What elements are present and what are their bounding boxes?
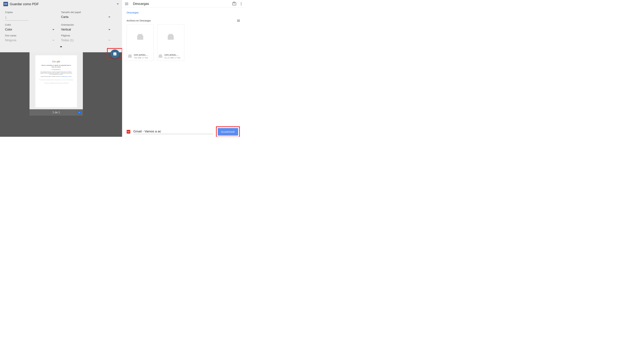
- copies-label: Copias: [5, 11, 61, 13]
- section-title: Archivos en Descargas: [126, 19, 151, 22]
- save-bar: PDF Gmail - Vamos a ac GUARDAR: [126, 127, 240, 137]
- copies-input[interactable]: [5, 15, 28, 21]
- orientation-value: Vertical: [61, 28, 71, 31]
- print-options: Copias Tamaño del papel Carta Color Colo…: [0, 8, 122, 43]
- paper-size-label: Tamaño del papel: [61, 11, 117, 13]
- more-icon[interactable]: [241, 2, 242, 5]
- file-grid: com.antutu.... 782 MB 17 feb com.antutu.…: [122, 24, 244, 61]
- file-meta: 51,22 MB 17 feb: [164, 56, 183, 59]
- android-icon: [159, 54, 162, 58]
- android-icon: [168, 34, 174, 40]
- chevron-down-icon: [108, 29, 110, 30]
- paper-size-select[interactable]: Carta: [61, 15, 117, 19]
- downloads-screen: Descargas Descargas Archivos en Descarga…: [122, 0, 244, 137]
- page-selected-check-icon: ✓: [78, 111, 81, 114]
- download-pdf-icon: PDF: [113, 52, 116, 55]
- highlight-save-fab: PDF: [107, 48, 122, 59]
- chevron-down-icon: [108, 40, 110, 41]
- android-icon: [137, 34, 143, 40]
- duplex-label: Dos caras: [5, 34, 61, 37]
- page-preview[interactable]: Google Vamos a actualizar un ajuste de s…: [30, 52, 83, 116]
- page-content: Google Vamos a actualizar un ajuste de s…: [36, 55, 77, 107]
- chevron-down-icon: [52, 40, 54, 41]
- chevron-down-icon: [52, 29, 54, 30]
- save-button[interactable]: GUARDAR: [218, 128, 238, 136]
- preview-body-1: Poco después del 2 de mayo, el ajuste de…: [40, 71, 72, 75]
- menu-icon[interactable]: [125, 3, 128, 5]
- orientation-label: Orientación: [61, 23, 117, 26]
- downloads-title: Descargas: [133, 2, 232, 6]
- color-label: Color: [5, 23, 61, 26]
- chevron-up-icon: [60, 46, 62, 47]
- collapse-options-button[interactable]: [0, 43, 122, 49]
- section-header: Archivos en Descargas: [122, 15, 244, 24]
- file-card[interactable]: com.antutu.... 782 MB 17 feb: [126, 24, 154, 61]
- color-value: Color: [5, 28, 12, 31]
- color-select[interactable]: Color: [5, 28, 61, 31]
- file-thumbnail: [157, 24, 184, 50]
- pdf-badge-icon: PDF: [126, 130, 130, 134]
- paper-size-value: Carta: [61, 15, 68, 19]
- save-filename-input[interactable]: Gmail - Vamos a ac: [133, 130, 213, 134]
- new-folder-icon[interactable]: [232, 2, 236, 5]
- file-name: com.antutu....: [164, 53, 183, 56]
- print-screen: PDF Guardar como PDF Copias Tamaño del p…: [0, 0, 122, 137]
- file-thumbnail: [127, 24, 154, 50]
- google-logo: Google: [37, 60, 75, 63]
- print-preview-area: Google Vamos a actualizar un ajuste de s…: [0, 52, 122, 137]
- pages-select[interactable]: Todas (1): [61, 38, 117, 42]
- file-name: com.antutu....: [134, 53, 152, 56]
- file-card[interactable]: com.antutu.... 51,22 MB 17 feb: [157, 24, 184, 61]
- preview-body-2: Puedes revisar este ajuste en cualquier …: [40, 76, 72, 77]
- view-toggle-icon[interactable]: [237, 19, 240, 22]
- android-icon: [128, 54, 132, 58]
- breadcrumb[interactable]: Descargas: [122, 8, 244, 15]
- preview-email: mr.tech2016@gmail.com: [37, 69, 75, 70]
- preview-heading: Vamos a actualizar un ajuste de segurida…: [41, 64, 72, 68]
- orientation-select[interactable]: Vertical: [61, 28, 117, 31]
- pages-label: Páginas: [61, 34, 117, 37]
- downloads-header: Descargas: [122, 0, 244, 8]
- duplex-value: Ninguna: [5, 38, 16, 42]
- preview-footer-2: © 2023 Google LLC, 1600 Amphitheatre Par…: [37, 83, 75, 83]
- chevron-down-icon: [117, 3, 119, 4]
- preview-footer-1: Te hemos enviado este correo para inform…: [37, 79, 75, 80]
- duplex-select: Ninguna: [5, 38, 61, 42]
- highlight-save-button: GUARDAR: [216, 126, 240, 137]
- save-pdf-fab[interactable]: PDF: [110, 49, 120, 58]
- chevron-down-icon: [108, 16, 110, 17]
- print-target-row[interactable]: PDF Guardar como PDF: [0, 0, 122, 8]
- file-meta: 782 MB 17 feb: [134, 56, 152, 59]
- pages-value: Todas (1): [61, 38, 74, 42]
- print-target-label: Guardar como PDF: [10, 2, 117, 6]
- page-counter: 1 de 1 ✓: [30, 109, 83, 116]
- pdf-icon: PDF: [3, 2, 8, 6]
